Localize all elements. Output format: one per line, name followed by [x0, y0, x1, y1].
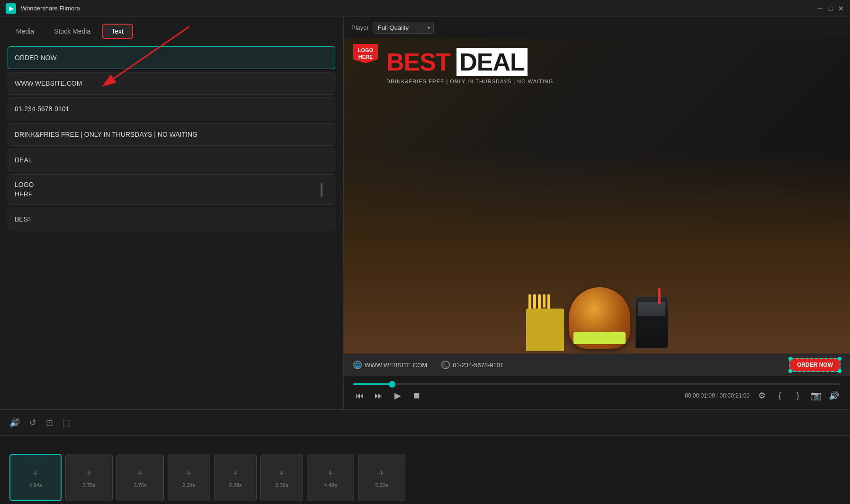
ad-logo-ribbon: LOGOHERE [353, 44, 378, 63]
text-item-label: DRINK&FRIES FREE | ONLY IN THURSDAYS | N… [15, 131, 197, 138]
player-toolbar: Player Full Quality Half Quality Quarter… [344, 17, 850, 38]
ad-top: LOGOHERE BEST DEAL DRINK&FRIES FREE | ON… [344, 38, 850, 354]
timeline-clip-5[interactable]: + 2.36s [260, 454, 303, 501]
text-item-label: 01-234-5678-9101 [15, 105, 69, 113]
close-button[interactable]: ✕ [838, 5, 844, 12]
clip-duration: 2.36s [276, 482, 288, 488]
timeline-clip-6[interactable]: + 4.48s [307, 454, 354, 501]
selection-handle-tl [788, 357, 792, 361]
frame-forward-button[interactable]: ⏭ [372, 389, 385, 402]
time-current: 00:00:01:09 [685, 392, 715, 399]
left-panel: Media Stock Media Text ORDER NOW WWW.WEB… [0, 17, 343, 409]
timeline-clip-0[interactable]: + 4.64s [9, 454, 62, 501]
snapshot-button[interactable]: 📷 [809, 389, 823, 402]
ad-headline: BEST DEAL [386, 48, 528, 76]
scrollbar [321, 183, 322, 197]
tab-text[interactable]: Text [102, 24, 133, 39]
app-logo: ▶ [6, 3, 16, 14]
drink-straw [658, 288, 661, 304]
ad-order-button[interactable]: ORDER NOW [789, 358, 841, 372]
crop-icon[interactable]: ⊡ [46, 417, 53, 428]
drink [635, 297, 668, 349]
timeline-clip-7[interactable]: + 5.00s [358, 454, 405, 501]
selection-handle-bl [788, 369, 792, 373]
clip-duration: 4.64s [29, 482, 42, 488]
tab-stock-media[interactable]: Stock Media [45, 25, 99, 38]
right-panel: Player Full Quality Half Quality Quarter… [344, 17, 850, 409]
fries-stick [533, 294, 536, 309]
phone-icon: 📞 [441, 361, 450, 369]
clip-duration: 5.00s [376, 482, 388, 488]
text-item-phone[interactable]: 01-234-5678-9101 [8, 97, 335, 120]
fries-box [526, 309, 564, 351]
ad-phone-text: 01-234-5678-9101 [453, 362, 503, 369]
tab-bar: Media Stock Media Text [0, 17, 343, 41]
clip-add-icon: + [137, 467, 143, 479]
player-controls: ⏮ ⏭ ▶ ⏹ 00:00:01:09 / 00:00:21:00 ⚙ { } … [344, 376, 850, 409]
clip-duration: 2.28s [229, 482, 242, 488]
text-item-logo[interactable]: LOGOHFRF [8, 174, 335, 205]
selection-handle-br [838, 369, 841, 373]
text-item-deal[interactable]: DEAL [8, 149, 335, 171]
volume-button[interactable]: 🔊 [827, 389, 841, 402]
progress-bar[interactable] [353, 383, 841, 385]
timeline-clip-4[interactable]: + 2.28s [214, 454, 257, 501]
player-label: Player [351, 24, 369, 31]
quality-selector-wrapper: Full Quality Half Quality Quarter Qualit… [373, 22, 434, 34]
clip-duration: 4.48s [324, 482, 337, 488]
minimize-button[interactable]: ─ [817, 5, 823, 12]
clip-add-icon: + [233, 467, 239, 479]
text-item-label: LOGOHFRF [15, 180, 34, 199]
undo-icon[interactable]: ↺ [29, 417, 36, 428]
time-total: 00:00:21:00 [720, 392, 750, 399]
ad-best-text: BEST [386, 48, 456, 76]
play-button[interactable]: ▶ [391, 389, 404, 402]
tab-media[interactable]: Media [8, 25, 43, 38]
progress-fill [353, 383, 392, 385]
text-item-website[interactable]: WWW.WEBSITE.COM [8, 72, 335, 95]
text-item-label: ORDER NOW [15, 54, 57, 62]
ad-bottom-bar: 🌐 WWW.WEBSITE.COM 📞 01-234-5678-9101 ORD… [344, 354, 850, 376]
text-list: ORDER NOW WWW.WEBSITE.COM 01-234-5678-91… [0, 41, 343, 409]
right-controls: ⚙ { } 📷 🔊 [755, 389, 841, 402]
clip-add-icon: + [33, 467, 39, 479]
text-item-order-now[interactable]: ORDER NOW [8, 46, 335, 69]
ad-website-info: 🌐 WWW.WEBSITE.COM [353, 361, 427, 369]
ad-phone-info: 📞 01-234-5678-9101 [441, 361, 503, 369]
globe-icon: 🌐 [353, 361, 362, 369]
mark-out-button[interactable]: } [791, 389, 805, 402]
text-item-tagline[interactable]: DRINK&FRIES FREE | ONLY IN THURSDAYS | N… [8, 123, 335, 146]
ad-deal-text: DEAL [456, 48, 528, 76]
quality-select[interactable]: Full Quality Half Quality Quarter Qualit… [373, 22, 434, 34]
clip-add-icon: + [186, 467, 192, 479]
clip-add-icon: + [279, 467, 285, 479]
ad-logo-text: LOGOHERE [358, 47, 373, 60]
timeline-clip-2[interactable]: + 3.76s [116, 454, 164, 501]
audio-icon[interactable]: 🔊 [9, 417, 20, 428]
text-item-best[interactable]: BEST [8, 208, 335, 230]
stop-button[interactable]: ⏹ [410, 389, 423, 402]
timeline-clip-1[interactable]: + 3.76s [65, 454, 113, 501]
text-item-label: DEAL [15, 156, 32, 164]
mark-in-button[interactable]: { [773, 389, 787, 402]
step-back-button[interactable]: ⏮ [353, 389, 367, 402]
clip-duration: 2.24s [183, 482, 196, 488]
ad-order-text: ORDER NOW [797, 362, 833, 368]
clip-duration: 3.76s [83, 482, 96, 488]
maximize-button[interactable]: □ [827, 5, 834, 12]
timeline-clip-3[interactable]: + 2.24s [168, 454, 210, 501]
fries-container [526, 309, 564, 354]
transform-icon[interactable]: ⬚ [63, 417, 71, 428]
ad-tagline: DRINK&FRIES FREE | ONLY IN THURSDAYS | N… [386, 79, 553, 84]
settings-button[interactable]: ⚙ [755, 389, 769, 402]
clip-duration: 3.76s [134, 482, 147, 488]
window-controls: ─ □ ✕ [817, 5, 844, 12]
clip-add-icon: + [86, 467, 92, 479]
ad-food-image [344, 149, 850, 354]
burger [569, 287, 630, 349]
ad-tagline-text: DRINK&FRIES FREE | ONLY IN THURSDAYS | N… [386, 79, 553, 84]
control-row: ⏮ ⏭ ▶ ⏹ 00:00:01:09 / 00:00:21:00 ⚙ { } … [353, 389, 841, 402]
progress-thumb[interactable] [389, 381, 395, 388]
bottom-toolbar: 🔊 ↺ ⊡ ⬚ [0, 409, 850, 436]
selection-handle-tr [838, 357, 841, 361]
